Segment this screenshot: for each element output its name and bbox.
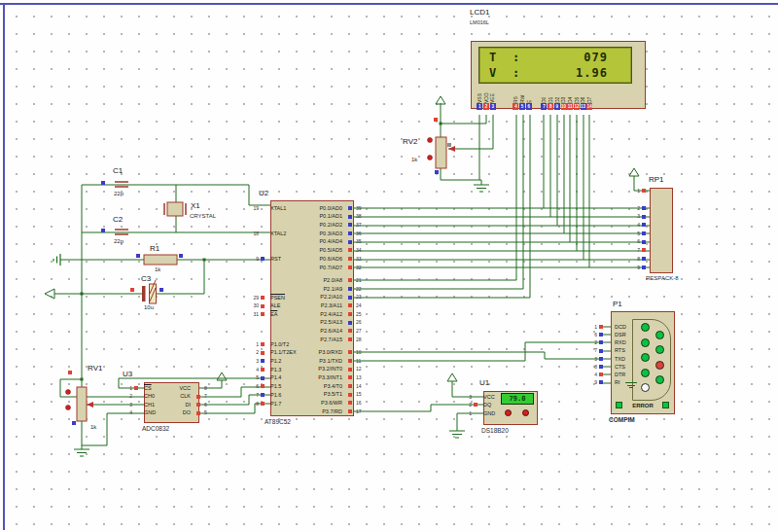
chip-pin-row[interactable]: 4	[585, 371, 605, 378]
schematic-canvas[interactable]: LCD1 LM016L T : 079 V : 1.96	[0, 0, 778, 532]
lcd-pin[interactable]: D4 11	[567, 84, 574, 110]
pin-number: 26	[354, 318, 368, 327]
chip-pin-row[interactable]: P3.0/RXD 10	[263, 348, 368, 357]
chip-pin-row[interactable]: 5	[622, 230, 648, 238]
rv2-ref[interactable]: RV2	[403, 137, 417, 146]
lcd-pin[interactable]: VSS 1	[477, 84, 483, 110]
chip-pin-row[interactable]: P3.4/T0 14	[263, 382, 368, 391]
pin-number: 6	[626, 237, 640, 246]
chip-pin-row[interactable]: 8	[622, 255, 648, 264]
pin-number: 36	[354, 230, 368, 238]
chip-pin-row[interactable]: P2.1/A9 22	[263, 285, 368, 294]
c2-ref[interactable]: C2	[113, 215, 123, 224]
rv1-ref[interactable]: RV1	[88, 364, 102, 372]
pin-number: 8	[626, 255, 640, 264]
chip-pin-row[interactable]: 1	[585, 323, 605, 331]
c1-ref[interactable]: C1	[113, 166, 123, 175]
pin-number: 27	[354, 327, 368, 336]
chip-pin-row[interactable]: P2.7/A15 28	[263, 336, 368, 344]
chip-pin-row[interactable]: 1	[622, 187, 648, 195]
chip-pin-row[interactable]: DI 6	[154, 401, 216, 409]
u1-increment-button[interactable]	[505, 409, 512, 416]
chip-pin-row[interactable]: DO 5	[154, 408, 216, 417]
chip-pin-row[interactable]: P0.3/AD3 36	[263, 230, 368, 238]
pin-number: 22	[354, 285, 368, 294]
chip-pin-row[interactable]: P0.5/AD5 34	[263, 246, 368, 255]
pin-state-square	[435, 170, 439, 174]
chip-pin-row[interactable]: P0.6/AD6 33	[263, 255, 368, 264]
lcd-pin[interactable]: RW 5	[519, 84, 526, 110]
chip-pin-row[interactable]: P0.7/AD7 32	[263, 264, 368, 272]
lcd-line-separator: :	[513, 65, 534, 81]
pin-number: 34	[354, 246, 368, 255]
pin-number: 32	[354, 264, 368, 272]
r1-ref[interactable]: R1	[150, 244, 159, 253]
chip-pin-row[interactable]: 8	[585, 363, 605, 371]
chip-pin-row[interactable]: 3	[622, 212, 648, 221]
chip-pin-row[interactable]: P0.1/AD1 38	[263, 212, 368, 221]
pin-number: 7	[585, 346, 597, 354]
pin-name: P0.6/AD6	[263, 255, 346, 264]
chip-pin-row[interactable]: P2.0/A8 21	[263, 276, 368, 285]
p1-error-led-right	[662, 402, 669, 408]
lcd-pin-number: 7	[543, 104, 546, 109]
u1-decrement-button[interactable]	[522, 409, 529, 416]
x1-ref[interactable]: X1	[191, 201, 200, 210]
lcd-pin-number: 11	[568, 104, 573, 109]
chip-pin-row[interactable]: 7	[585, 346, 605, 354]
chip-pin-row[interactable]: P3.7/RD 17	[263, 408, 368, 416]
pin-number: 3	[458, 393, 472, 402]
chip-pin-row[interactable]: P2.5/A13 26	[263, 318, 368, 327]
chip-pin-row[interactable]: 6	[622, 237, 648, 246]
chip-pin-row[interactable]: P3.6/WR 16	[263, 399, 368, 408]
pin-number: 29	[245, 294, 259, 302]
chip-pin-row[interactable]: 4	[622, 221, 648, 230]
lcd-pin[interactable]: D3 10	[560, 84, 567, 110]
lcd-pin[interactable]: D6 13	[580, 84, 586, 110]
pin-name: GND	[483, 409, 495, 418]
chip-pin-row[interactable]: 7	[622, 246, 648, 255]
chip-pin-row[interactable]: 9	[622, 264, 648, 272]
chip-pin-row[interactable]: P0.4/AD4 35	[263, 237, 368, 246]
lcd-display-line: T : 079	[479, 50, 631, 65]
p1-part: COMPIM	[609, 416, 635, 423]
lcd-line-value: 079	[534, 50, 631, 65]
lcd-pin-number: 9	[556, 104, 559, 109]
pin-name: P2.6/A14	[263, 327, 346, 336]
chip-pin-row[interactable]: VCC 8	[154, 384, 216, 393]
lcd-pin[interactable]: D7 14	[586, 84, 593, 110]
chip-pin-row[interactable]: CLK 7	[154, 392, 216, 401]
chip-pin-row[interactable]: 9	[585, 378, 605, 386]
chip-pin-row[interactable]: P2.4/A12 25	[263, 310, 368, 319]
chip-pin-row[interactable]: P0.0/AD0 39	[263, 204, 368, 213]
chip-pin-row[interactable]: P3.1/TXD 11	[263, 357, 368, 366]
chip-pin-row[interactable]: 2	[585, 338, 605, 346]
chip-pin-row[interactable]: P2.6/A14 27	[263, 327, 368, 336]
lcd-pin[interactable]: D1 8	[548, 84, 554, 110]
chip-pin-row[interactable]: P3.3/INT1 13	[263, 373, 368, 382]
lcd-pin[interactable]: E 6	[525, 84, 532, 110]
lcd-pin-name: VSS	[477, 84, 483, 103]
chip-pin-row[interactable]: 6	[585, 331, 605, 338]
rv1-body	[77, 387, 87, 421]
chip-pin-row[interactable]: P3.2/INT0 12	[263, 365, 368, 373]
chip-pin-row[interactable]: P2.3/A11 24	[263, 301, 368, 310]
pin-name: P2.1/A9	[263, 285, 346, 294]
chip-pin-row[interactable]: 2	[622, 204, 648, 213]
chip-pin-row[interactable]: 3	[585, 355, 605, 363]
c1-value: 22p	[114, 191, 124, 196]
pin-state-square	[348, 303, 352, 307]
pin-number: 15	[354, 390, 368, 399]
pin-state-box: 12	[574, 103, 580, 110]
chip-pin-row[interactable]: P0.2/AD2 37	[263, 221, 368, 230]
chip-pin-row[interactable]: P2.2/A10 23	[263, 293, 368, 301]
lcd-pin[interactable]: VEE 3	[489, 84, 496, 110]
lcd-pin[interactable]: RS 4	[513, 84, 519, 110]
chip-pin-row[interactable]: P3.5/T1 15	[263, 390, 368, 399]
c3-ref[interactable]: C3	[141, 274, 151, 283]
lcd-pin-name: RS	[513, 84, 519, 103]
rp1-body[interactable]	[650, 188, 673, 273]
lcd-pin[interactable]: D0 7	[541, 84, 548, 110]
pin-number: 18	[245, 230, 259, 238]
pin-state-box: 3	[490, 103, 496, 110]
